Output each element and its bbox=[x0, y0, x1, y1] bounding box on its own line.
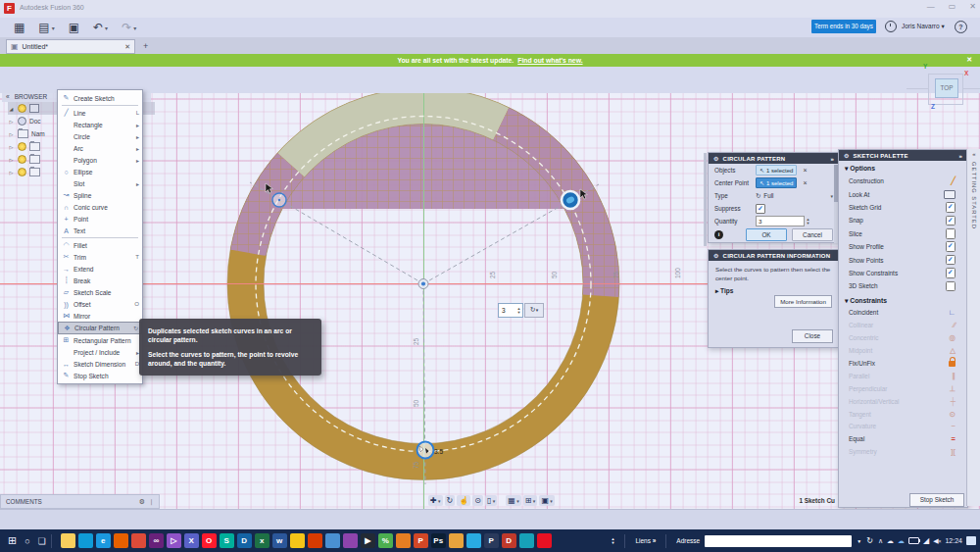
redo-icon[interactable]: ↷ bbox=[122, 21, 131, 34]
palette-option-construction[interactable]: Construction╱ bbox=[839, 175, 967, 187]
undo-icon[interactable]: ↶ bbox=[93, 21, 103, 34]
menu-item-point[interactable]: +Point bbox=[58, 213, 142, 225]
look-at-icon[interactable] bbox=[944, 190, 956, 199]
getting-started-panel[interactable]: « GETTING STARTED bbox=[966, 149, 980, 506]
more-information-button[interactable]: More Information bbox=[774, 295, 832, 308]
taskbar-app-icon-10[interactable]: S bbox=[220, 533, 234, 548]
taskbar-app-icon-22[interactable]: Ps bbox=[431, 533, 446, 548]
menu-item-spline[interactable]: ↝Spline bbox=[58, 189, 142, 201]
zoom-window-icon[interactable]: ▯ ▾ bbox=[485, 495, 497, 506]
dialog-drag-bar[interactable] bbox=[704, 153, 707, 246]
palette-option-snap[interactable]: Snap✓ bbox=[839, 214, 967, 226]
constraint-symmetry[interactable]: Symmetry][ bbox=[839, 445, 967, 458]
pan-icon[interactable]: ✚ ▾ bbox=[428, 495, 443, 506]
menu-item-create-sketch[interactable]: ✎Create Sketch bbox=[58, 92, 142, 104]
constraint-midpoint[interactable]: Midpoint△ bbox=[839, 344, 967, 357]
menu-item-ellipse[interactable]: ○Ellipse bbox=[58, 166, 142, 177]
onedrive-cloud-icon[interactable]: ☁ bbox=[887, 537, 894, 545]
taskbar-app-icon-9[interactable]: O bbox=[202, 533, 217, 548]
constraint-collinear[interactable]: Collinear∕∕ bbox=[839, 319, 967, 331]
collapsed-caret-icon[interactable]: ▷ bbox=[8, 119, 15, 125]
pattern-quantity-input[interactable]: 3 ▲▼ bbox=[498, 303, 523, 318]
cancel-button[interactable]: Cancel bbox=[792, 228, 833, 241]
taskbar-app-icon-17[interactable] bbox=[343, 533, 358, 548]
scroll-arrows-icon[interactable]: ▲▼ bbox=[611, 537, 614, 545]
construction-icon[interactable]: ╱ bbox=[951, 176, 956, 185]
taskbar-app-icon-3[interactable]: e bbox=[96, 533, 111, 548]
banner-link[interactable]: Find out what's new. bbox=[517, 57, 582, 64]
menu-item-stop-sketch[interactable]: ✎Stop Sketch bbox=[58, 370, 142, 381]
options-section-header[interactable]: ▾ Options bbox=[839, 161, 967, 175]
menu-item-fillet[interactable]: ◠Fillet bbox=[58, 239, 142, 251]
maximize-button[interactable]: ▭ bbox=[949, 2, 956, 11]
constraint-perpendicular[interactable]: Perpendicular⊥ bbox=[839, 382, 967, 395]
taskbar-app-icon-23[interactable] bbox=[449, 533, 464, 548]
checkbox-checked[interactable]: ✓ bbox=[946, 268, 956, 278]
menu-item-arc[interactable]: Arc▸ bbox=[58, 142, 142, 154]
palette-option-slice[interactable]: Slice bbox=[839, 227, 967, 240]
constraint-parallel[interactable]: Parallel∥ bbox=[839, 370, 967, 382]
tray-expand-icon[interactable]: ∧ bbox=[878, 537, 883, 545]
collapse-icon[interactable]: ❘ bbox=[149, 498, 154, 505]
info-panel-header[interactable]: ⚙ CIRCULAR PATTERN INFORMATION bbox=[709, 250, 839, 261]
notification-center-icon[interactable] bbox=[966, 536, 976, 545]
menu-item-break[interactable]: ┆Break bbox=[58, 275, 142, 286]
chevron-down-icon[interactable]: ▾ bbox=[830, 193, 833, 199]
info-icon[interactable]: i bbox=[714, 230, 723, 239]
volume-muted-icon[interactable]: ◀× bbox=[933, 537, 941, 545]
document-tab[interactable]: ▣ Untitled* ✕ bbox=[6, 39, 135, 54]
close-button[interactable]: Close bbox=[792, 329, 833, 343]
expanded-caret-icon[interactable]: ◢ bbox=[8, 106, 15, 112]
banner-close-icon[interactable]: ✕ bbox=[966, 56, 972, 64]
taskbar-app-icon-16[interactable] bbox=[325, 533, 340, 548]
user-menu[interactable]: Joris Navarro ▾ bbox=[902, 23, 945, 30]
taskbar-app-icon-15[interactable] bbox=[308, 533, 322, 548]
task-view-icon[interactable]: ❏ bbox=[38, 536, 46, 546]
network-signal-icon[interactable]: ◢ bbox=[923, 536, 929, 545]
quantity-spinner[interactable]: ▲▼ bbox=[805, 216, 811, 226]
adresse-input[interactable] bbox=[705, 535, 852, 547]
comments-panel[interactable]: COMMENTS ⚙ ❘ bbox=[0, 494, 160, 509]
constraint-equal[interactable]: Equal= bbox=[839, 432, 967, 445]
collapsed-caret-icon[interactable]: ▷ bbox=[8, 144, 15, 150]
taskbar-app-icon-8[interactable]: X bbox=[184, 533, 199, 548]
taskbar-app-icon-1[interactable] bbox=[61, 533, 75, 548]
tab-close-icon[interactable]: ✕ bbox=[124, 43, 130, 51]
collapsed-caret-icon[interactable]: ▷ bbox=[8, 170, 15, 176]
palette-option-show-constraints[interactable]: Show Constraints✓ bbox=[839, 267, 967, 279]
viewports-icon[interactable]: ▣ ▾ bbox=[539, 495, 554, 506]
display-settings-icon[interactable]: ▦ ▾ bbox=[506, 495, 520, 506]
palette-option-show-profile[interactable]: Show Profile✓ bbox=[839, 240, 967, 253]
expand-icon[interactable]: » bbox=[830, 156, 834, 162]
liens-toolbar[interactable]: Liens » bbox=[635, 537, 656, 544]
constraint-horizontal-vertical[interactable]: Horizontal/Vertical┼ bbox=[839, 395, 967, 408]
checkbox-checked[interactable]: ✓ bbox=[946, 202, 956, 213]
file-menu-icon[interactable]: ▤ bbox=[38, 21, 49, 34]
constraint-coincident[interactable]: Coincident∟ bbox=[839, 307, 967, 320]
clock-icon[interactable] bbox=[885, 21, 897, 32]
constraint-tangent[interactable]: Tangent⊙ bbox=[839, 408, 967, 421]
battery-icon[interactable] bbox=[908, 537, 919, 544]
collapsed-caret-icon[interactable]: ▷ bbox=[8, 131, 15, 137]
menu-item-sketch-dimension[interactable]: ↔Sketch DimensionD bbox=[58, 358, 142, 370]
go-refresh-icon[interactable]: ↻ bbox=[866, 536, 873, 545]
objects-selection-chip[interactable]: ↖ 1 selected bbox=[756, 165, 797, 176]
taskbar-app-icon-27[interactable] bbox=[519, 533, 534, 548]
constraint-fix-unfix[interactable]: Fix/UnFix bbox=[839, 357, 967, 370]
menu-item-text[interactable]: AText bbox=[58, 225, 142, 236]
menu-item-rectangle[interactable]: Rectangle▸ bbox=[58, 119, 142, 130]
center-clear-icon[interactable]: × bbox=[803, 179, 807, 186]
checkbox-checked[interactable]: ✓ bbox=[946, 216, 956, 226]
menu-item-line[interactable]: ╱LineL bbox=[58, 107, 142, 119]
checkbox-checked[interactable]: ✓ bbox=[946, 255, 956, 266]
checkbox-checked[interactable]: ✓ bbox=[946, 241, 956, 252]
taskbar-app-icon-6[interactable]: ∞ bbox=[149, 533, 164, 548]
taskbar-app-icon-7[interactable]: ▷ bbox=[167, 533, 181, 548]
close-button[interactable]: ✕ bbox=[969, 2, 976, 11]
taskbar-app-icon-18[interactable]: ▶ bbox=[361, 533, 375, 548]
taskbar-app-icon-26[interactable]: D bbox=[502, 533, 516, 548]
suppress-checkbox[interactable]: ✓ bbox=[756, 204, 765, 214]
cloud-icon[interactable]: ☁ bbox=[898, 537, 905, 545]
palette-header[interactable]: ⚙ SKETCH PALETTE » bbox=[839, 150, 967, 161]
taskbar-app-icon-4[interactable] bbox=[114, 533, 128, 548]
